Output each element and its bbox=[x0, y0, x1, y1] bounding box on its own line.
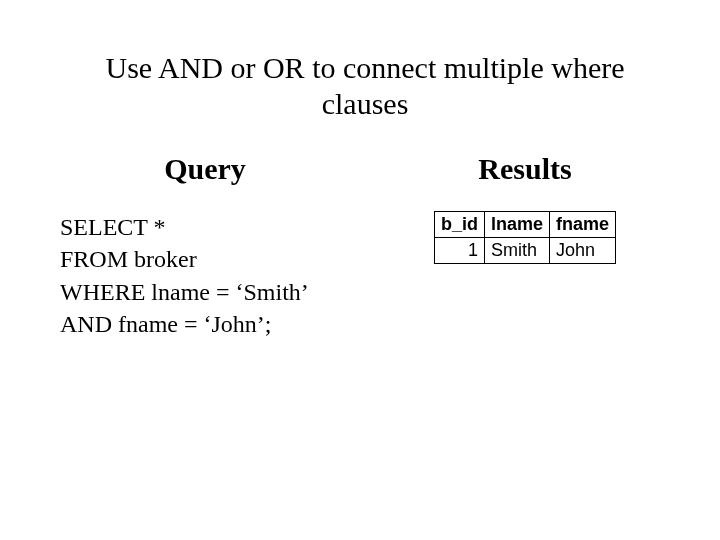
cell-fname: John bbox=[550, 238, 616, 264]
query-heading: Query bbox=[60, 152, 350, 186]
sql-line-1: SELECT * bbox=[60, 211, 350, 243]
col-header: lname bbox=[484, 212, 549, 238]
col-header: fname bbox=[550, 212, 616, 238]
col-header: b_id bbox=[434, 212, 484, 238]
slide-title: Use AND or OR to connect multiple where … bbox=[60, 50, 670, 122]
table-header-row: b_id lname fname bbox=[434, 212, 615, 238]
sql-query: SELECT * FROM broker WHERE lname = ‘Smit… bbox=[60, 211, 350, 341]
cell-b_id: 1 bbox=[434, 238, 484, 264]
results-heading: Results bbox=[380, 152, 670, 186]
table-row: 1 Smith John bbox=[434, 238, 615, 264]
sql-line-3: WHERE lname = ‘Smith’ bbox=[60, 276, 350, 308]
title-line-2: clauses bbox=[322, 87, 409, 120]
sql-line-2: FROM broker bbox=[60, 243, 350, 275]
sql-line-4: AND fname = ‘John’; bbox=[60, 308, 350, 340]
cell-lname: Smith bbox=[484, 238, 549, 264]
title-line-1: Use AND or OR to connect multiple where bbox=[105, 51, 624, 84]
results-table: b_id lname fname 1 Smith John bbox=[434, 211, 616, 264]
